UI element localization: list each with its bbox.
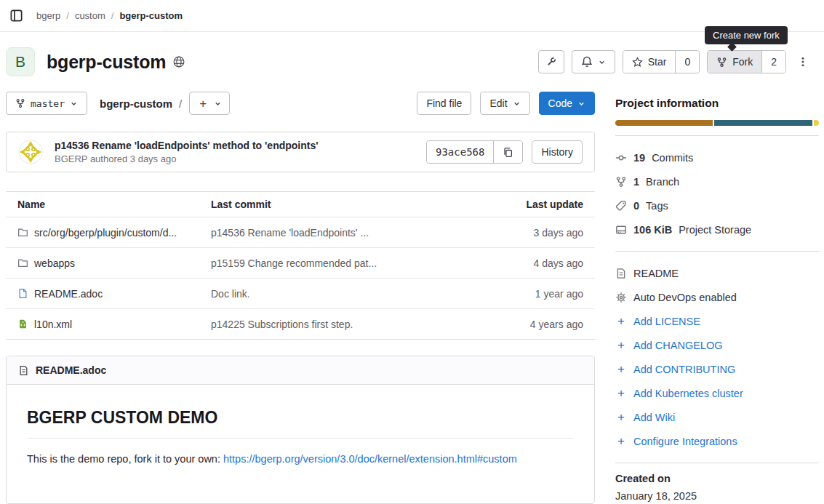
kebab-icon xyxy=(797,56,809,68)
feature-label: Auto DevOps enabled xyxy=(633,292,737,303)
file-icon xyxy=(18,365,29,376)
sidebar-readme-link[interactable]: README xyxy=(615,261,819,285)
branch-icon xyxy=(15,98,25,108)
file-icon xyxy=(615,268,627,279)
chevron-down-icon xyxy=(577,100,585,108)
edit-label: Edit xyxy=(489,97,507,109)
file-green-icon xyxy=(17,319,28,329)
project-header: B bgerp-custom Star 0 xyxy=(0,32,824,76)
sidebar-toggle-button[interactable] xyxy=(6,6,26,26)
page-title: bgerp-custom xyxy=(47,52,166,73)
link-label: Add Kubernetes cluster xyxy=(633,388,743,399)
stat-label: Project Storage xyxy=(679,224,751,236)
divider xyxy=(615,463,819,463)
readme-filename: README.adoc xyxy=(36,364,106,376)
divider xyxy=(615,135,819,136)
branch-selector[interactable]: master xyxy=(6,92,87,115)
fork-icon xyxy=(716,57,727,68)
sidebar-autodevops[interactable]: Auto DevOps enabled xyxy=(615,285,819,309)
file-blue-icon xyxy=(17,288,28,299)
column-header-update: Last update xyxy=(496,199,583,210)
sidebar-stat-commits[interactable]: 19 Commits xyxy=(615,145,819,169)
project-info-sidebar: Project information 19 Commits 1 Branch xyxy=(615,92,819,502)
add-wiki-link[interactable]: + Add Wiki xyxy=(615,405,819,429)
breadcrumb-separator: / xyxy=(66,10,69,21)
add-contributing-link[interactable]: + Add CONTRIBUTING xyxy=(615,357,819,381)
commit-message-link[interactable]: p14536 Rename 'loadEndpoints' ... xyxy=(211,227,369,239)
commit-message-link[interactable]: p14225 Subscriptions first step. xyxy=(211,319,353,330)
language-bar[interactable] xyxy=(615,120,819,126)
edit-button[interactable]: Edit xyxy=(480,92,529,115)
commit-title[interactable]: p14536 Rename 'loadEndpoints' method to … xyxy=(55,140,319,151)
fork-count[interactable]: 2 xyxy=(761,51,785,73)
file-name-link[interactable]: README.adoc xyxy=(34,288,103,300)
readme-header[interactable]: README.adoc xyxy=(7,356,594,385)
create-fork-tooltip: Create new fork xyxy=(705,26,788,44)
branch-name: master xyxy=(31,98,65,109)
table-row: l10n.xml p14225 Subscriptions first step… xyxy=(6,308,595,339)
wrench-icon xyxy=(545,56,557,68)
gear-icon xyxy=(615,292,627,303)
file-table: Name Last commit Last update src/org/bge… xyxy=(6,191,595,340)
star-icon xyxy=(632,57,643,68)
stat-label: Commits xyxy=(652,152,693,164)
configure-integrations-link[interactable]: + Configure Integrations xyxy=(615,429,819,453)
more-actions-button[interactable] xyxy=(793,50,812,73)
table-row: src/org/bgerp/plugin/custom/d... p14536 … xyxy=(6,217,595,247)
notifications-button[interactable] xyxy=(572,50,615,73)
panel-left-icon xyxy=(9,9,23,23)
repo-path-name[interactable]: bgerp-custom xyxy=(100,97,172,110)
commit-message-link[interactable]: p15159 Change recommended pat... xyxy=(211,257,377,269)
stat-value: 1 xyxy=(633,176,639,188)
commit-sha: 93ace568 xyxy=(427,141,493,163)
add-license-link[interactable]: + Add LICENSE xyxy=(615,309,819,333)
sidebar-stat-storage[interactable]: 106 KiB Project Storage xyxy=(615,217,819,241)
copy-sha-button[interactable] xyxy=(493,141,522,163)
breadcrumb-group[interactable]: bgerp xyxy=(36,10,60,21)
commit-author-avatar xyxy=(18,140,43,164)
branch-icon xyxy=(615,176,627,188)
stat-value: 106 KiB xyxy=(633,224,672,236)
sidebar-stat-tags[interactable]: 0 Tags xyxy=(615,193,819,217)
plus-icon: + xyxy=(615,363,627,375)
commit-sha-group: 93ace568 xyxy=(426,140,523,164)
code-label: Code xyxy=(548,97,572,109)
star-button-group: Star 0 xyxy=(623,50,700,73)
disk-icon xyxy=(615,224,627,236)
link-label: Add Wiki xyxy=(633,412,675,423)
table-row: README.adoc Doc link. 1 year ago xyxy=(6,278,595,308)
link-label: Add LICENSE xyxy=(633,316,700,327)
plus-icon: + xyxy=(615,387,627,399)
readme-card: README.adoc BGERP CUSTOM DEMO This is th… xyxy=(6,356,595,504)
history-button[interactable]: History xyxy=(532,140,583,164)
star-button[interactable]: Star xyxy=(623,51,676,73)
fork-button[interactable]: Fork xyxy=(708,51,761,73)
sidebar-stat-branches[interactable]: 1 Branch xyxy=(615,169,819,193)
plus-icon: + xyxy=(197,97,209,110)
file-name-link[interactable]: l10n.xml xyxy=(34,319,72,330)
add-kubernetes-link[interactable]: + Add Kubernetes cluster xyxy=(615,381,819,405)
copy-icon xyxy=(503,147,513,158)
add-changelog-link[interactable]: + Add CHANGELOG xyxy=(615,333,819,357)
created-on-value: January 18, 2025 xyxy=(615,490,819,502)
link-label: Configure Integrations xyxy=(633,436,737,447)
commit-message-link[interactable]: Doc link. xyxy=(211,288,250,300)
find-file-button[interactable]: Find file xyxy=(417,92,471,115)
breadcrumb-subgroup[interactable]: custom xyxy=(75,10,105,21)
column-header-commit: Last commit xyxy=(211,199,496,210)
readme-link[interactable]: https://bgerp.org/version/3.0/doc/kernel… xyxy=(223,453,517,465)
breadcrumb-project[interactable]: bgerp-custom xyxy=(119,10,183,21)
star-count[interactable]: 0 xyxy=(675,51,699,73)
code-button[interactable]: Code xyxy=(539,92,595,115)
file-name-link[interactable]: src/org/bgerp/plugin/custom/d... xyxy=(34,227,177,239)
bell-icon xyxy=(581,56,593,68)
file-name-link[interactable]: webapps xyxy=(34,257,75,269)
admin-wrench-button[interactable] xyxy=(538,50,564,73)
repo-nav-row: master bgerp-custom / + Find file Edit xyxy=(6,92,595,115)
add-file-button[interactable]: + xyxy=(189,92,230,115)
chevron-down-icon xyxy=(513,100,521,108)
path-separator: / xyxy=(179,97,182,110)
language-segment xyxy=(615,120,713,126)
last-update: 1 year ago xyxy=(496,288,583,300)
readme-text: This is the demo repo, fork it to your o… xyxy=(27,453,223,465)
